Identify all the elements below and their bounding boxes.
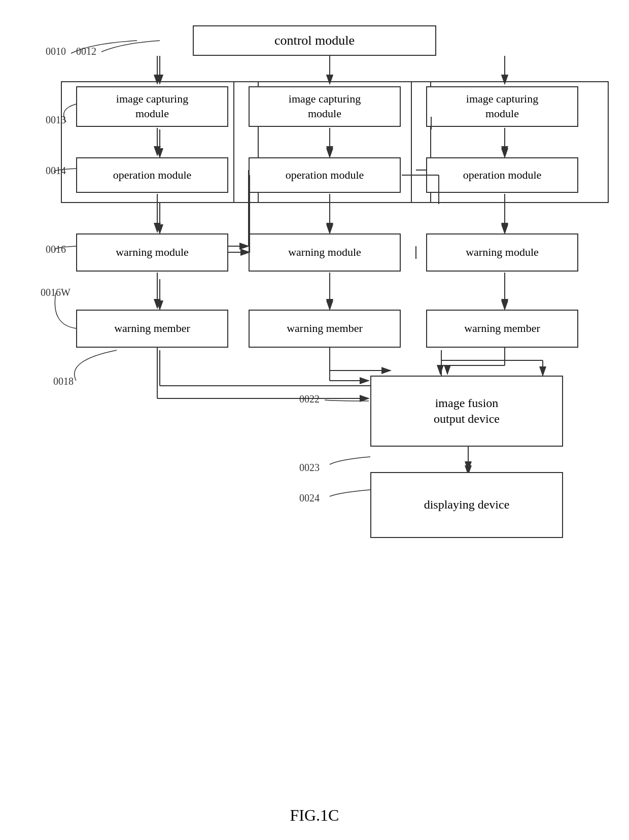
op-mod-2-box: operation module [249,157,401,193]
label-0016: 0016 [46,244,66,255]
img-fusion-box: image fusion output device [370,376,563,447]
diagram-container: control module image capturing module op… [15,15,614,799]
label-0024: 0024 [299,492,320,504]
warn-mem-1-box: warning member [76,310,228,348]
label-0013: 0013 [46,114,66,126]
img-cap-3-box: image capturing module [426,86,578,127]
display-box: displaying device [370,472,563,538]
op-mod-3-box: operation module [426,157,578,193]
img-cap-1-box: image capturing module [76,86,228,127]
warn-mem-2-box: warning member [249,310,401,348]
label-0016w: 0016W [41,287,71,298]
warn-mod-3-box: warning module [426,233,578,272]
label-0023: 0023 [299,462,320,474]
warn-mod-1-box: warning module [76,233,228,272]
label-0018: 0018 [53,376,74,387]
warn-mem-3-box: warning member [426,310,578,348]
img-cap-2-box: image capturing module [249,86,401,127]
warn-mod-2-box: warning module [249,233,401,272]
label-0010: 0010 [46,46,66,57]
label-0022: 0022 [299,393,320,405]
label-0012: 0012 [76,46,96,57]
op-mod-1-box: operation module [76,157,228,193]
figure-label: FIG.1C [290,806,339,825]
control-module-box: control module [193,25,436,56]
label-0014: 0014 [46,165,66,177]
